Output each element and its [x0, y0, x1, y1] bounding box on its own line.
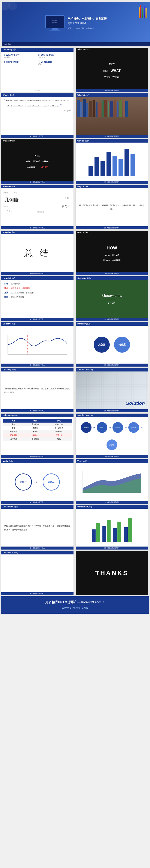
bar-g3-1	[113, 528, 117, 542]
bar-g2-1	[102, 526, 106, 542]
promo-line-2: www.sucai999.com	[5, 607, 145, 610]
circles-content: 复杂度 精确度	[76, 326, 148, 364]
term-4: 国际化	[3, 206, 8, 208]
table-row-4: 近似算法 效率(n) 效果一般	[3, 433, 72, 437]
sol-table-header: Solution(解决方案)	[1, 413, 74, 417]
whats-text-header: What's this?	[1, 93, 74, 97]
objective-slide: Objective(目标) Mathematics Y=-2×² 第一组数据来源…	[75, 276, 148, 321]
book-13	[114, 100, 116, 117]
pencil-3	[142, 8, 143, 18]
wavy-chart-svg	[3, 328, 72, 362]
how-item-4: 验证： 与其他方法比较	[4, 296, 70, 299]
conc-text-footer: 第一组数据来源于哪儿	[1, 547, 74, 550]
why-dark-content: How WHo WHAT WHen WHERE WHY	[1, 143, 74, 181]
bar-5	[112, 156, 117, 176]
conc-text-header: Conclusion(结论)	[1, 505, 74, 509]
verify-circles-content: 方法一 ↔ 方法二	[1, 463, 74, 501]
flow-arrow-2: →	[108, 426, 111, 429]
sol-img-footer: 第一组数据来源于哪儿	[76, 409, 148, 412]
conc-empty-body	[1, 554, 74, 592]
verify-area-slide: Verify(验证) 第一组数据来源于哪儿	[75, 459, 148, 504]
how-text-header: How do this?	[1, 276, 74, 280]
conclusion-empty-slide: Conclusion(结论) 第一组数据来源于哪儿	[1, 551, 74, 595]
sol-flow-footer: 第一组数据来源于哪儿	[76, 455, 148, 458]
objective-footer: 第一组数据来源于哪儿	[76, 318, 148, 321]
table-row-3: 动态规划 效率高 内存消耗	[3, 430, 72, 433]
how-item-3: 方法： 优化前提局部性、找次优解	[4, 291, 70, 294]
diff-circles-header: Difficulty(难点)	[76, 322, 148, 326]
contents-item-1: 1. What's this? 怎么样?	[4, 54, 36, 59]
term-2: 网络	[14, 191, 17, 194]
conc-empty-placeholder	[36, 572, 38, 575]
sol-table-footer: 第一组数据来源于哪儿	[1, 455, 74, 458]
sol-img-content: Solution	[76, 371, 148, 409]
how-text-slide: How do this? 目标： 找到最优解 难点： 问题复杂度、局部最优 方法…	[1, 276, 74, 321]
circle-complexity: 复杂度	[94, 337, 110, 353]
summary-slide: Why do this? 总 结 第一组数据来源于哪儿	[1, 230, 74, 275]
how-item-1: 目标： 找到最优解	[4, 282, 70, 285]
area-chart-svg	[78, 465, 146, 499]
book-6	[93, 100, 95, 117]
quote-close: "	[60, 103, 61, 107]
why-how-block: How WHo WHAT WHen WHERE WHY	[26, 153, 49, 170]
how-who-block: How Who WHAT When Where	[103, 61, 121, 80]
promo-footer: 更多精品PPT资源尽在—sucai999.com！ www.sucai999.c…	[1, 596, 149, 614]
wavy-container	[1, 326, 74, 364]
difficulty-circles-slide: Difficulty(难点) 复杂度 精确度 第一组数据来源于哪儿	[75, 322, 148, 367]
bar-g4-2	[128, 518, 132, 542]
info-text: 演讲人：XXXXX 日期：XX年XX月	[68, 26, 107, 30]
title-text-block: 学术报告、毕业设计、商务汇报 简洁大气通用模板 演讲人：XXXXX 日期：XX年…	[68, 17, 107, 30]
how-dark-block: HOW Who WHAT WHen WHERE	[103, 243, 121, 263]
pencil-2	[140, 5, 142, 18]
row-6: Why do this? 总 结 第一组数据来源于哪儿 How do this?…	[1, 230, 149, 275]
conc-bars-footer: 第一组数据来源于哪儿	[76, 547, 148, 550]
how-dark-slide: How do this? HOW Who WHAT WHen WHERE 第一组…	[75, 230, 148, 275]
verify-circles-slide: Verify(验证) 方法一 ↔ 方法二 第一组数据来源于哪儿	[1, 459, 74, 504]
chalk-content: Mathematics Y=-2×²	[76, 280, 148, 318]
bar-g4-1	[124, 527, 128, 542]
conc-text-body: 我已在复杂度和精确度之间找到了一个平衡，并且使用方案。在保证精确度的情况下，进一…	[1, 509, 74, 547]
title-content: 学术报告毕业设计 学术报告、毕业设计、商务汇报 简洁大气通用模板 演讲人：XXX…	[45, 15, 107, 31]
conc-text-content: 我已在复杂度和精确度之间找到了一个平衡，并且使用方案。在保证精确度的情况下，进一…	[4, 524, 70, 532]
why-bars-slide: Why do this? 第一组数据来源于哪儿	[75, 139, 148, 184]
objective-wavy-slide: Objective(目标) 第一组数据来源于哪儿	[1, 322, 74, 367]
flow-step-1: 步骤一	[81, 422, 92, 433]
diff-text-body: 复杂度和精确度一般不可能同时达到最优，所以需要在复杂度和精确度之间达到一个平衡。	[1, 371, 74, 409]
promo-line-1: 更多精品PPT资源尽在—sucai999.com！	[5, 600, 145, 604]
verify-circles-footer: 第一组数据来源于哪儿	[1, 501, 74, 504]
how-text-body: 目标： 找到最优解 难点： 问题复杂度、局部最优 方法： 优化前提局部性、找次优…	[1, 280, 74, 318]
bar-group-3	[113, 522, 121, 542]
library-header: What's this?	[76, 93, 148, 97]
verify-area-footer: 第一组数据来源于哪儿	[76, 501, 148, 504]
bar-group-4	[124, 518, 132, 542]
chalk-title: Mathematics	[102, 293, 122, 298]
term-7: 百分比	[62, 204, 70, 208]
contents-grid: 1. What's this? 怎么样? 2. Why do this? 为什么…	[4, 54, 71, 65]
verify-method-1: 方法一	[15, 473, 32, 491]
whats-text-body: " A thesis is a document submitted in su…	[1, 97, 74, 135]
pencil-5	[146, 8, 147, 18]
verify-arrow: ↔	[35, 479, 40, 484]
conclusion-bars-slide: Conclusion(结论) 第一组数据	[75, 505, 148, 550]
conclusion-text-slide: Conclusion(结论) 我已在复杂度和精确度之间找到了一个平衡，并且使用方…	[1, 505, 74, 550]
row-11: Verify(验证) 方法一 ↔ 方法二 第一组数据来源于哪儿 Verify(验…	[1, 459, 149, 504]
terms-footer: 第一组数据来源于哪儿	[1, 226, 74, 229]
bar-group-2	[102, 520, 110, 542]
sol-flow-header: Solution(解决方案)	[76, 413, 148, 417]
dark-header: What's this?	[76, 48, 148, 51]
col-header-1: 方案	[3, 419, 24, 423]
verify-method-2: 方法二	[43, 473, 60, 491]
conc-bars-content	[76, 509, 148, 547]
conc-empty-header: Conclusion(结论)	[1, 551, 74, 554]
verify-area-content	[76, 463, 148, 501]
monitor-screen: 学术报告毕业设计	[45, 15, 65, 28]
verify-area-header: Verify(验证)	[76, 459, 148, 463]
page-wrapper: 学术报告毕业设计 学术报告、毕业设计、商务汇报 简洁大气通用模板 演讲人：XXX…	[0, 0, 150, 615]
book-2	[80, 102, 82, 117]
book-11	[107, 102, 109, 117]
library-bg	[76, 97, 148, 135]
solution-flow-slide: Solution(解决方案) 步骤一 → 步骤二 → 步骤三 → 步骤四 → 步…	[75, 413, 148, 458]
diff-circles-footer: 第一组数据来源于哪儿	[76, 364, 148, 367]
diff-text-header: Difficulty(难点)	[1, 368, 74, 371]
bar-g1-2	[96, 523, 100, 542]
